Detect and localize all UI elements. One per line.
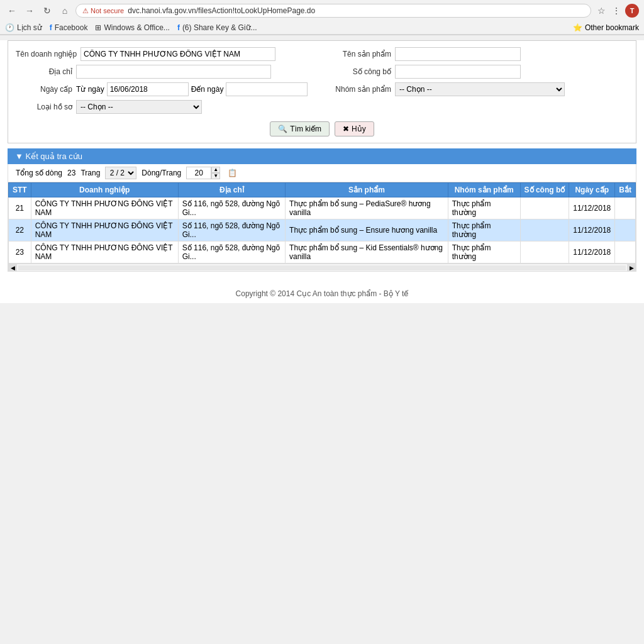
so-cong-bo-input[interactable] — [395, 65, 521, 79]
table-body: 21CÔNG TY TNHH PHƯƠNG ĐÔNG VIỆT NAMSố 11… — [9, 197, 636, 264]
table-cell: Số 116, ngõ 528, đường Ngõ Gi... — [178, 242, 285, 264]
ten-san-pham-field: Tên sản phẩm — [328, 47, 628, 61]
windows-icon: ⊞ — [95, 23, 101, 32]
address-bar[interactable]: ⚠ Not secure dvc.hanoi.vfa.gov.vn/filesA… — [75, 4, 591, 18]
table-row[interactable]: 21CÔNG TY TNHH PHƯƠNG ĐÔNG VIỆT NAMSố 11… — [9, 197, 636, 219]
back-button[interactable]: ← — [5, 4, 19, 18]
ngay-cap-label: Ngày cấp — [16, 85, 72, 94]
table-cell: Số 116, ngõ 528, đường Ngõ Gi... — [178, 219, 285, 242]
table-cell: 21 — [9, 197, 31, 219]
page-select[interactable]: 2 / 2 — [105, 167, 136, 179]
rows-down-button[interactable]: ▼ — [211, 173, 220, 179]
col-bat: Bắt — [615, 183, 636, 197]
scroll-track[interactable] — [18, 265, 626, 270]
table-cell — [615, 219, 636, 242]
scroll-left-button[interactable]: ◀ — [8, 264, 17, 272]
table-row[interactable]: 22CÔNG TY TNHH PHƯƠNG ĐÔNG VIỆT NAMSố 11… — [9, 219, 636, 242]
clock-icon: 🕐 — [5, 23, 14, 32]
table-cell: Thực phẩm thường — [448, 242, 520, 264]
rows-per-page-input[interactable] — [186, 167, 211, 179]
bookmark-windows[interactable]: ⊞ Windows & Office... — [95, 23, 169, 32]
table-cell: CÔNG TY TNHH PHƯƠNG ĐÔNG VIỆT NAM — [31, 242, 178, 264]
toolbar-icons: ☆ ⋮ T — [595, 4, 639, 18]
star-icon[interactable]: ☆ — [595, 4, 608, 17]
reset-button[interactable]: ✖ Hủy — [335, 121, 374, 136]
col-nhom-san-pham: Nhóm sản phẩm — [448, 183, 520, 197]
rows-spinner: ▲ ▼ — [211, 167, 220, 179]
table-cell: Thực phẩm bổ sung – Kid Essentials® hươn… — [286, 242, 448, 264]
nhom-san-pham-select[interactable]: -- Chọn -- — [395, 82, 565, 96]
dia-chi-label: Địa chỉ — [16, 67, 72, 76]
horizontal-scrollbar[interactable]: ◀ ▶ — [8, 264, 636, 272]
browser-toolbar: ← → ↻ ⌂ ⚠ Not secure dvc.hanoi.vfa.gov.v… — [0, 0, 644, 21]
browser-chrome: ← → ↻ ⌂ ⚠ Not secure dvc.hanoi.vfa.gov.v… — [0, 0, 644, 35]
tong-so-dong-value: 23 — [67, 169, 75, 177]
table-cell: Số 116, ngõ 528, đường Ngõ Gi... — [178, 197, 285, 219]
button-row: 🔍 Tìm kiếm ✖ Hủy — [16, 121, 628, 136]
dia-chi-input[interactable] — [76, 65, 271, 79]
bookmark-share[interactable]: f (6) Share Key & Giữ... — [177, 23, 257, 32]
table-cell — [615, 197, 636, 219]
results-header-text: ▼ Kết quả tra cứu — [15, 152, 82, 161]
ten-san-pham-label: Tên sản phẩm — [328, 50, 391, 58]
rows-up-button[interactable]: ▲ — [211, 167, 220, 173]
user-avatar[interactable]: T — [625, 4, 639, 18]
scroll-right-button[interactable]: ▶ — [627, 264, 636, 272]
page-content: Tên doanh nghiệp Địa chỉ Ngày cấp Từ ngà… — [0, 40, 644, 303]
bookmark-facebook[interactable]: f Facebook — [50, 23, 88, 32]
facebook-icon: f — [50, 23, 52, 32]
tu-ngay-input[interactable] — [107, 82, 189, 96]
ten-doanh-nghiep-input[interactable] — [80, 47, 275, 61]
col-dia-chi: Địa chỉ — [178, 183, 285, 197]
form-right-col: Tên sản phẩm Số công bố Nhóm sản phẩm --… — [328, 47, 628, 118]
col-doanh-nghiep: Doanh nghiệp — [31, 183, 178, 197]
table-cell — [520, 242, 569, 264]
other-bookmarks[interactable]: ⭐ Other bookmark — [573, 23, 639, 32]
table-cell — [520, 219, 569, 242]
reset-icon: ✖ — [343, 125, 349, 133]
home-button[interactable]: ⌂ — [58, 4, 72, 18]
table-cell: 22 — [9, 219, 31, 242]
ten-doanh-nghiep-label: Tên doanh nghiệp — [16, 50, 77, 58]
den-ngay-input[interactable] — [226, 82, 308, 96]
table-cell: Thực phẩm thường — [448, 219, 520, 242]
search-icon: 🔍 — [278, 125, 287, 133]
refresh-button[interactable]: ↻ — [40, 4, 54, 18]
forward-button[interactable]: → — [23, 4, 36, 18]
bookmark-folder-icon: ⭐ — [573, 23, 582, 32]
loai-ho-so-field: Loại hồ sơ -- Chọn -- — [16, 100, 316, 114]
nhom-san-pham-label: Nhóm sản phẩm — [328, 85, 391, 94]
loai-ho-so-select[interactable]: -- Chọn -- — [76, 100, 202, 114]
col-so-cong-bo: Số công bố — [520, 183, 569, 197]
tu-ngay-label: Từ ngày — [76, 85, 104, 94]
table-row[interactable]: 23CÔNG TY TNHH PHƯƠNG ĐÔNG VIỆT NAMSố 11… — [9, 242, 636, 264]
not-secure-indicator: ⚠ Not secure — [82, 7, 124, 15]
results-header: ▼ Kết quả tra cứu — [8, 148, 636, 164]
table-cell — [615, 242, 636, 264]
table-cell: Thực phẩm bổ sung – PediaSure® hương van… — [286, 197, 448, 219]
export-icon[interactable]: 📋 — [228, 169, 237, 177]
rows-per-page-control: ▲ ▼ — [186, 167, 220, 179]
bookmark-lich-su[interactable]: 🕐 Lịch sử — [5, 23, 42, 32]
form-left-col: Tên doanh nghiệp Địa chỉ Ngày cấp Từ ngà… — [16, 47, 316, 118]
table-cell: CÔNG TY TNHH PHƯƠNG ĐÔNG VIỆT NAM — [31, 219, 178, 242]
ten-san-pham-input[interactable] — [395, 47, 521, 61]
share-facebook-icon: f — [177, 23, 180, 32]
trang-label: Trang — [80, 169, 100, 177]
col-stt: STT — [9, 183, 31, 197]
copyright-text: Copyright © 2014 Cục An toàn thực phẩm -… — [236, 289, 409, 298]
dia-chi-field: Địa chỉ — [16, 65, 316, 79]
table-cell — [520, 197, 569, 219]
menu-icon[interactable]: ⋮ — [610, 4, 623, 17]
search-button[interactable]: 🔍 Tìm kiếm — [270, 121, 330, 136]
loai-ho-so-label: Loại hồ sơ — [16, 103, 72, 111]
tong-so-dong-label: Tổng số dòng — [16, 169, 62, 177]
table-cell: 11/12/2018 — [569, 197, 615, 219]
form-two-col: Tên doanh nghiệp Địa chỉ Ngày cấp Từ ngà… — [16, 47, 628, 118]
dong-trang-label: Dòng/Trang — [142, 169, 181, 177]
page-footer: Copyright © 2014 Cục An toàn thực phẩm -… — [0, 284, 644, 303]
col-san-pham: Sản phẩm — [286, 183, 448, 197]
table-cell: CÔNG TY TNHH PHƯƠNG ĐÔNG VIỆT NAM — [31, 197, 178, 219]
so-cong-bo-field: Số công bố — [328, 65, 628, 79]
data-table-wrapper: STT Doanh nghiệp Địa chỉ Sản phẩm Nhóm s… — [8, 182, 636, 264]
